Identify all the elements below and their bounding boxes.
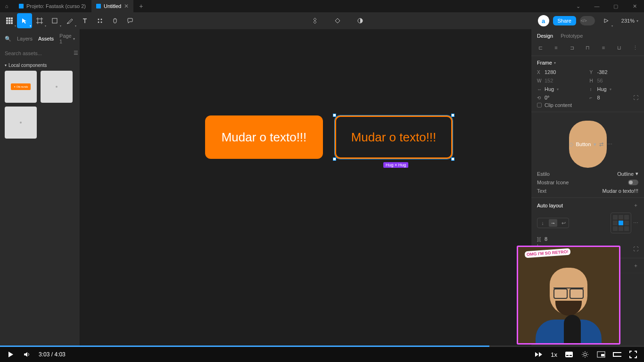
skip-button[interactable] [535, 350, 543, 359]
captions-button[interactable] [565, 350, 573, 359]
main-menu-button[interactable]: ▾ [2, 13, 17, 28]
frame-tool[interactable]: ▾ [32, 13, 47, 28]
button-instance-outline-selected[interactable]: Mudar o texto!!! [335, 115, 453, 159]
tab-untitled[interactable]: Untitled ✕ [91, 0, 133, 12]
variant-name[interactable]: Button [576, 141, 591, 147]
text-tool[interactable] [77, 13, 92, 28]
zoom-control[interactable]: 231%▾ [618, 18, 642, 24]
align-hcenter-icon[interactable]: ≡ [552, 43, 561, 52]
miniplayer-button[interactable] [597, 350, 605, 359]
prop-hsize[interactable]: ↔Hug▾ [537, 86, 586, 92]
volume-button[interactable] [23, 350, 31, 359]
direction-wrap[interactable]: ↩ [559, 219, 568, 227]
selection-handle[interactable] [451, 114, 454, 117]
selection-handle[interactable] [333, 114, 336, 117]
theater-button[interactable] [613, 350, 621, 359]
shape-tool[interactable]: ▾ [47, 13, 62, 28]
tab-prototype[interactable]: Prototype [561, 33, 583, 39]
playback-speed[interactable]: 1x [551, 351, 557, 358]
clip-checkbox[interactable] [537, 103, 542, 107]
tab-assets[interactable]: Assets [38, 36, 54, 41]
page-selector[interactable]: Page 1▾ [59, 33, 75, 44]
user-avatar[interactable]: a [538, 15, 549, 26]
move-tool[interactable]: ▾ [17, 13, 32, 28]
figma-icon [19, 4, 24, 8]
mask-tool[interactable] [353, 13, 368, 28]
toggle-switch[interactable] [628, 180, 638, 185]
svg-point-15 [101, 22, 102, 23]
variant-tool[interactable] [330, 13, 345, 28]
gap-input[interactable]: ]|[8 [537, 236, 638, 242]
svg-rect-5 [6, 20, 8, 22]
search-icon[interactable]: 🔍 [5, 36, 11, 42]
align-top-icon[interactable]: ⊓ [584, 43, 592, 52]
prop-vsize[interactable]: ↕Hug▾ [590, 86, 639, 92]
present-button[interactable]: ▾ [599, 13, 614, 28]
fullscreen-button[interactable] [629, 350, 637, 359]
close-tab-icon[interactable]: ✕ [124, 3, 129, 9]
direction-vertical[interactable]: ↓ [538, 219, 547, 227]
share-button[interactable]: Share [553, 16, 576, 25]
tab-design[interactable]: Design [537, 33, 553, 39]
prop-rotation[interactable]: ⟲0° [537, 95, 586, 100]
variant-text[interactable]: TextMudar o texto!!! [537, 188, 638, 194]
prop-radius[interactable]: ⌐8⛶ [590, 95, 639, 100]
more-icon[interactable]: ⋯ [607, 141, 612, 148]
component-thumb-3[interactable] [5, 107, 37, 139]
pen-tool[interactable]: ▾ [62, 13, 77, 28]
resources-tool[interactable] [92, 13, 107, 28]
home-tab[interactable]: ⌂ [0, 0, 13, 12]
autolayout-more-icon[interactable]: ⋯ [633, 220, 638, 226]
prop-x[interactable]: X1280 [537, 69, 586, 75]
add-autolayout-icon[interactable]: ＋ [633, 202, 638, 209]
list-view-icon[interactable]: ☰ [74, 50, 78, 56]
component-thumb-2[interactable] [41, 71, 73, 103]
section-local-components[interactable]: Local components [0, 60, 80, 71]
hand-tool[interactable] [107, 13, 123, 28]
clip-content-row[interactable]: Clip content [537, 102, 638, 108]
component-thumb-button[interactable]: ✦ Olá mundo [5, 71, 37, 103]
independent-padding-icon[interactable]: ⛶ [633, 246, 638, 252]
window-chevron[interactable]: ⌄ [569, 0, 587, 12]
swap-icon[interactable]: ⇄ [599, 141, 603, 148]
independent-corners-icon[interactable]: ⛶ [633, 95, 638, 100]
align-vcenter-icon[interactable]: ≡ [599, 43, 608, 52]
svg-rect-2 [6, 17, 8, 19]
frame-title[interactable]: Frame▾ [537, 60, 638, 66]
add-grid-icon[interactable]: ＋ [633, 262, 638, 269]
align-right-icon[interactable]: ⊐ [568, 43, 576, 52]
align-left-icon[interactable]: ⊏ [536, 43, 545, 52]
window-minimize[interactable]: — [587, 0, 606, 12]
prop-y[interactable]: Y-382 [590, 69, 639, 75]
comment-tool[interactable] [123, 13, 138, 28]
search-assets-input[interactable] [5, 50, 70, 56]
align-bottom-icon[interactable]: ⊔ [615, 43, 624, 52]
variant-estilo[interactable]: EstiloOutline▾ [537, 171, 638, 177]
settings-button[interactable] [581, 350, 589, 359]
button-text: Mudar o texto!!! [351, 130, 437, 145]
variant-icon-toggle[interactable]: Mostrar Icone [537, 180, 638, 185]
alignment-grid[interactable] [611, 213, 631, 233]
zoom-value: 231% [621, 18, 635, 24]
tab-project[interactable]: Projeto: Fastask (curso 2) [14, 0, 91, 12]
component-thumbnails: ✦ Olá mundo [0, 71, 80, 139]
tab-layers[interactable]: Layers [17, 36, 33, 41]
play-button[interactable] [7, 350, 15, 359]
dev-mode-toggle[interactable]: </> [580, 16, 595, 25]
add-tab-button[interactable]: + [134, 2, 148, 10]
selection-handle[interactable] [451, 157, 454, 161]
variant-section: ◇ Button▾ ⇄⋯ EstiloOutline▾ Mostrar Icon… [531, 112, 644, 197]
canvas[interactable]: Mudar o texto!!! Mudar o texto!!! Hug × … [80, 29, 531, 360]
component-tool[interactable] [307, 13, 322, 28]
selection-handle[interactable] [333, 157, 336, 161]
prop-h[interactable]: H56 [590, 78, 639, 83]
window-close[interactable]: ✕ [625, 0, 644, 12]
svg-rect-18 [566, 355, 569, 356]
direction-horizontal[interactable]: → [549, 219, 557, 227]
button-instance-filled[interactable]: Mudar o texto!!! [205, 115, 323, 159]
align-more-icon[interactable]: ⋮ [631, 43, 639, 52]
svg-rect-0 [19, 4, 24, 8]
prop-w[interactable]: W152 [537, 78, 586, 83]
svg-point-20 [584, 353, 586, 356]
window-maximize[interactable]: ▢ [606, 0, 625, 12]
